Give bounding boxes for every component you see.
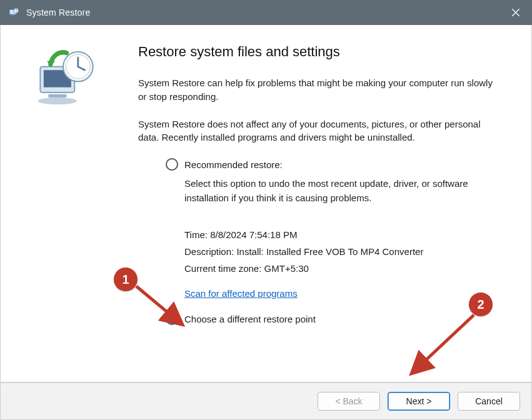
back-button: < Back [318, 392, 380, 411]
wizard-content: Restore system files and settings System… [126, 25, 531, 382]
restore-description-value: Install: Installed Free VOB To MP4 Conve… [236, 246, 423, 257]
intro-paragraph-2: System Restore does not affect any of yo… [138, 118, 497, 145]
radio-selected-icon [166, 312, 178, 325]
restore-timezone-label: Current time zone: [184, 263, 261, 274]
cancel-button[interactable]: Cancel [458, 392, 520, 411]
wizard-body: Restore system files and settings System… [0, 25, 532, 382]
restore-time-row: Time: 8/8/2024 7:54:18 PM [184, 226, 497, 243]
svg-rect-5 [48, 94, 66, 98]
restore-description-label: Description: [184, 246, 234, 257]
wizard-sidebar [1, 25, 126, 382]
recommended-restore-description: Select this option to undo the most rece… [184, 177, 497, 205]
system-restore-illustration-icon [29, 44, 98, 112]
choose-different-restore-label: Choose a different restore point [184, 314, 316, 324]
restore-time-label: Time: [184, 229, 208, 240]
svg-rect-1 [11, 15, 14, 16]
app-icon [8, 6, 20, 19]
recommended-restore-label: Recommended restore: [184, 159, 283, 170]
page-heading: Restore system files and settings [138, 44, 497, 60]
restore-description-row: Description: Install: Installed Free VOB… [184, 243, 497, 260]
next-button[interactable]: Next > [388, 392, 450, 411]
title-bar: System Restore [0, 0, 532, 25]
restore-time-value: 8/8/2024 7:54:18 PM [210, 229, 297, 240]
scan-affected-programs-link[interactable]: Scan for affected programs [184, 288, 298, 299]
intro-paragraph-1: System Restore can help fix problems tha… [138, 76, 497, 104]
svg-point-6 [38, 98, 77, 104]
radio-unselected-icon [166, 158, 178, 171]
recommended-restore-option[interactable]: Recommended restore: [166, 158, 497, 171]
wizard-button-bar: < Back Next > Cancel [0, 382, 532, 420]
restore-timezone-value: GMT+5:30 [264, 263, 309, 274]
choose-different-restore-option[interactable]: Choose a different restore point [166, 312, 497, 325]
close-icon[interactable] [506, 2, 526, 22]
restore-timezone-row: Current time zone: GMT+5:30 [184, 260, 497, 277]
window-title: System Restore [26, 8, 90, 18]
